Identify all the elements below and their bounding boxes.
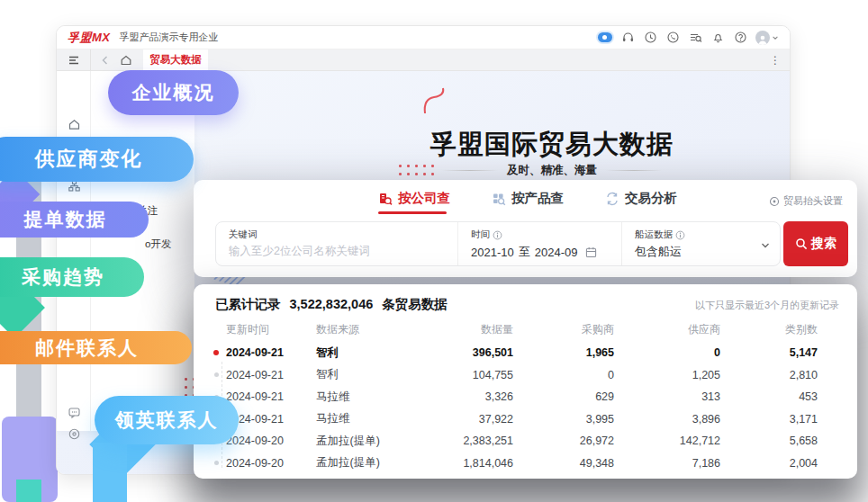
gear-icon bbox=[769, 196, 780, 207]
page-subtitle: 及时、精准、海量 bbox=[264, 163, 791, 178]
records-note: 以下只显示最近3个月的更新记录 bbox=[695, 299, 839, 312]
search-icon bbox=[795, 238, 808, 250]
time-range-value: 2021-10 至 2024-09 bbox=[471, 244, 609, 260]
kebab-menu-icon[interactable]: ⋮ bbox=[770, 54, 781, 67]
titlebar-icon-row bbox=[598, 31, 779, 45]
time-label-text: 时间 bbox=[471, 229, 490, 241]
list-search-icon[interactable] bbox=[688, 31, 702, 45]
col-data-volume: 数据量 bbox=[438, 322, 513, 337]
divider bbox=[442, 170, 498, 171]
trade-header-settings-label: 贸易抬头设置 bbox=[783, 194, 843, 208]
chevron-down-icon bbox=[760, 240, 771, 251]
table-row: 2024-09-21 马拉维 37,922 3,995 3,896 3,171 bbox=[194, 408, 857, 431]
browser-tabstrip: 贸易大数据 ⋮ bbox=[57, 49, 790, 71]
sidebar-item-develop[interactable]: o开发 bbox=[145, 238, 171, 251]
table-row: 2024-09-20 孟加拉(提单) 2,383,251 26,972 142,… bbox=[194, 430, 857, 453]
summary-suffix: 条贸易数据 bbox=[382, 297, 448, 311]
exchange-icon bbox=[605, 192, 619, 206]
table-row: 2024-09-21 智利 104,755 0 1,205 2,810 bbox=[194, 364, 857, 387]
help-icon[interactable] bbox=[733, 31, 747, 45]
shipping-label-text: 船运数据 bbox=[635, 229, 673, 241]
info-icon bbox=[493, 230, 502, 240]
callout-email-contacts: 邮件联系人 bbox=[0, 331, 192, 364]
settings-nav-icon[interactable] bbox=[57, 427, 91, 441]
subtitle-text: 及时、精准、海量 bbox=[507, 163, 597, 178]
search-form: 关键词 时间 2021-10 至 2024-09 船运数据 bbox=[215, 221, 781, 266]
company-title: 孚盟产品演示专用企业 bbox=[120, 31, 219, 44]
company-search-icon bbox=[378, 192, 393, 206]
user-avatar[interactable] bbox=[755, 31, 779, 45]
sidebar-icon-rail bbox=[57, 71, 91, 431]
callout-company-overview: 企业概况 bbox=[108, 70, 239, 115]
callout-supplier-changes: 供应商变化 bbox=[0, 137, 194, 182]
shipping-value: 包含船运 bbox=[635, 244, 767, 260]
callout-bill-of-lading: 提单数据 bbox=[0, 202, 149, 238]
search-button-label: 搜索 bbox=[811, 236, 836, 252]
calendar-icon bbox=[585, 247, 597, 258]
summary-count: 3,522,832,046 bbox=[290, 297, 374, 311]
active-tab-indicator bbox=[378, 211, 447, 214]
page-title: 孚盟国际贸易大数据 bbox=[264, 127, 791, 163]
tab-trade-analysis[interactable]: 交易分析 bbox=[605, 190, 677, 207]
chevron-down-icon bbox=[772, 34, 779, 41]
back-icon[interactable] bbox=[100, 55, 111, 66]
phone-icon[interactable] bbox=[665, 31, 680, 45]
home-nav-icon[interactable] bbox=[57, 118, 91, 131]
shipping-label: 船运数据 bbox=[635, 229, 767, 241]
col-data-source: 数据来源 bbox=[316, 322, 438, 337]
develop-label: o开发 bbox=[145, 238, 171, 251]
tab-trade-bigdata[interactable]: 贸易大数据 bbox=[143, 49, 208, 70]
keyword-group: 关键词 bbox=[216, 222, 457, 265]
table-row: 2024-09-21 马拉维 3,326 629 313 453 bbox=[194, 386, 857, 408]
col-categories: 类别数 bbox=[720, 322, 818, 337]
records-header: 已累计记录 3,522,832,046 条贸易数据 以下只显示最近3个月的更新记… bbox=[194, 284, 857, 317]
product-search-icon bbox=[492, 192, 506, 206]
keyword-input[interactable] bbox=[229, 245, 445, 257]
shipping-select-group[interactable]: 船运数据 包含船运 bbox=[621, 222, 780, 265]
row-dot bbox=[213, 350, 219, 355]
table-header-row: 更新时间 数据来源 数据量 采购商 供应商 类别数 bbox=[194, 317, 857, 342]
row-dot bbox=[214, 461, 219, 465]
date-separator: 至 bbox=[519, 244, 530, 260]
time-label: 时间 bbox=[471, 229, 609, 241]
callout-tail bbox=[93, 443, 127, 502]
tab-by-product[interactable]: 按产品查 bbox=[492, 190, 564, 207]
menu-toggle-icon[interactable] bbox=[57, 49, 91, 70]
home-icon[interactable] bbox=[120, 54, 132, 67]
row-dot bbox=[214, 372, 219, 377]
trade-header-settings[interactable]: 贸易抬头设置 bbox=[769, 194, 843, 208]
keyword-label: 关键词 bbox=[229, 229, 445, 241]
tab-by-product-label: 按产品查 bbox=[511, 190, 564, 207]
eye-icon[interactable] bbox=[598, 31, 612, 45]
divider bbox=[606, 170, 662, 171]
date-to: 2024-09 bbox=[535, 246, 578, 259]
col-buyers: 采购商 bbox=[513, 322, 614, 337]
chat-nav-icon[interactable] bbox=[57, 406, 91, 419]
search-panel: 按公司查 按产品查 交易分析 贸易抬头设置 关键词 时间 bbox=[194, 180, 857, 277]
bell-icon[interactable] bbox=[710, 31, 725, 45]
callout-linkedin-contacts: 领英联系人 bbox=[95, 396, 239, 444]
date-from: 2021-10 bbox=[471, 246, 514, 259]
records-panel: 已累计记录 3,522,832,046 条贸易数据 以下只显示最近3个月的更新记… bbox=[194, 284, 857, 479]
table-row: 2024-09-21 智利 396,501 1,965 0 5,147 bbox=[194, 342, 857, 364]
tab-by-company[interactable]: 按公司查 bbox=[378, 190, 450, 207]
col-suppliers: 供应商 bbox=[614, 322, 720, 337]
records-summary: 已累计记录 3,522,832,046 条贸易数据 bbox=[215, 296, 448, 313]
summary-prefix: 已累计记录 bbox=[215, 297, 281, 311]
window-titlebar: 孚盟MX 孚盟产品演示专用企业 bbox=[57, 26, 790, 49]
screenshot-stage: 孚盟MX 孚盟产品演示专用企业 bbox=[0, 0, 868, 502]
tab-by-company-label: 按公司查 bbox=[398, 190, 450, 207]
search-button[interactable]: 搜索 bbox=[783, 221, 848, 266]
avatar-icon bbox=[755, 31, 770, 45]
time-range-group[interactable]: 时间 2021-10 至 2024-09 bbox=[457, 222, 621, 265]
callout-purchase-trend: 采购趋势 bbox=[0, 257, 144, 297]
app-logo: 孚盟MX bbox=[68, 30, 111, 46]
tab-trade-analysis-label: 交易分析 bbox=[625, 190, 677, 207]
query-tabs: 按公司查 按产品查 交易分析 bbox=[378, 190, 677, 207]
headset-icon[interactable] bbox=[620, 31, 635, 45]
table-row: 2024-09-20 孟加拉(提单) 1,814,046 49,348 7,18… bbox=[194, 453, 857, 475]
info-icon bbox=[675, 230, 685, 240]
decor-red-curve bbox=[421, 86, 448, 117]
sidebar: AI AI智能推荐 99+ 我的关注 o开发 bbox=[57, 71, 194, 431]
clock-icon[interactable] bbox=[643, 31, 657, 45]
